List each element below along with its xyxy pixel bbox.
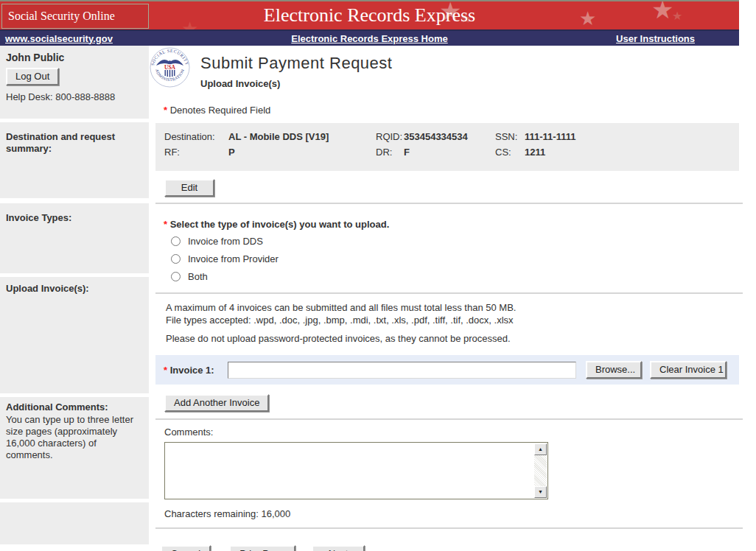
radio-invoice-from-provider[interactable] <box>171 254 181 264</box>
comments-textarea[interactable] <box>165 443 547 499</box>
invoice-1-file-input[interactable] <box>228 362 576 379</box>
sidebar-section-invoice-types: Invoice Types: <box>0 203 149 273</box>
ssn-label: SSN: <box>495 131 525 142</box>
sidebar-section-upload: Upload Invoice(s): <box>0 277 149 393</box>
cancel-button[interactable]: Cancel <box>161 545 211 551</box>
destination-value: AL - Mobile DDS [V19] <box>228 131 376 142</box>
title-block: Submit Payment Request Upload Invoice(s) <box>200 47 392 89</box>
upload-note-line3: Please do not upload password-protected … <box>166 332 743 345</box>
rf-label: RF: <box>164 147 228 158</box>
rqid-label: RQID: <box>376 131 404 142</box>
characters-remaining-text: Characters remaining: 16,000 <box>164 508 743 519</box>
logout-button[interactable]: Log Out <box>6 68 59 85</box>
radio-option-both[interactable]: Both <box>171 270 743 283</box>
invoice-1-row: * Invoice 1: Browse... Clear Invoice 1 <box>155 355 739 385</box>
comments-textarea-container: ▲ ▼ <box>164 442 548 499</box>
cs-value: 1211 <box>525 147 739 158</box>
page-header: SOCIAL SECURITY ADMINISTRATION USA Submi… <box>150 47 743 89</box>
edit-button[interactable]: Edit <box>164 179 214 197</box>
destination-summary-box: Destination: AL - Mobile DDS [V19] RQID:… <box>155 123 739 171</box>
invoice-type-section: * Select the type of invoice(s) you want… <box>164 219 743 283</box>
required-field-note: * Denotes Required Field <box>164 105 743 116</box>
invoice-type-question-text: Select the type of invoice(s) you want t… <box>170 219 390 230</box>
scroll-down-icon[interactable]: ▼ <box>534 486 547 498</box>
rqid-value: 353454334534 <box>404 131 495 142</box>
required-asterisk: * <box>164 365 167 376</box>
help-desk-text: Help Desk: 800-888-8888 <box>6 91 143 102</box>
required-asterisk: * <box>164 219 167 230</box>
destination-label: Destination: <box>164 131 228 142</box>
invoice-types-heading: Invoice Types: <box>6 212 143 224</box>
sidebar: John Public Log Out Help Desk: 800-888-8… <box>0 46 149 551</box>
invoice-type-question: * Select the type of invoice(s) you want… <box>164 219 743 230</box>
dr-value: F <box>404 147 495 158</box>
browse-button[interactable]: Browse... <box>586 361 642 379</box>
section-divider <box>155 292 743 294</box>
page-title: Submit Payment Request <box>200 54 392 73</box>
textarea-scrollbar[interactable]: ▲ ▼ <box>534 443 547 498</box>
radio-invoice-from-dds[interactable] <box>171 236 181 246</box>
required-note-text: Denotes Required Field <box>170 105 271 116</box>
scroll-up-icon[interactable]: ▲ <box>534 443 547 455</box>
nav-bar: www.socialsecurity.gov Electronic Record… <box>0 29 739 46</box>
additional-comments-heading: Additional Comments: <box>6 401 143 413</box>
top-banner: ★ ★ ★ ★ ★ ★ Social Security Online Elect… <box>0 0 739 29</box>
upload-note-line2: File types accepted: .wpd, .doc, .jpg, .… <box>166 314 743 326</box>
sidebar-section-destination: Destination and request summary: <box>0 122 149 198</box>
section-divider <box>155 203 743 204</box>
radio-label: Both <box>188 271 208 282</box>
ssn-value: 111-11-1111 <box>525 131 739 142</box>
cs-label: CS: <box>495 147 525 158</box>
upload-instructions: A maximum of 4 invoices can be submitted… <box>166 301 743 345</box>
destination-summary-heading: Destination and request summary: <box>6 131 143 155</box>
sidebar-section-comments: Additional Comments: You can type up to … <box>0 397 149 499</box>
user-name: John Public <box>6 52 143 63</box>
comments-note: You can type up to three letter size pag… <box>6 414 143 461</box>
sidebar-user-section: John Public Log Out Help Desk: 800-888-8… <box>0 46 149 119</box>
main-content: SOCIAL SECURITY ADMINISTRATION USA Submi… <box>155 46 743 551</box>
clear-invoice-1-button[interactable]: Clear Invoice 1 <box>650 361 727 379</box>
prior-page-button[interactable]: Prior Page <box>229 545 295 551</box>
radio-option-invoice-from-dds[interactable]: Invoice from DDS <box>171 234 743 248</box>
upload-invoices-heading: Upload Invoice(s): <box>6 283 143 295</box>
invoice-1-label-text: Invoice 1: <box>170 365 214 376</box>
section-divider <box>155 418 743 420</box>
add-another-invoice-button[interactable]: Add Another Invoice <box>164 394 269 412</box>
upload-note-line1: A maximum of 4 invoices can be submitted… <box>166 301 743 314</box>
ssa-seal-icon: SOCIAL SECURITY ADMINISTRATION USA <box>150 47 190 88</box>
dr-label: DR: <box>376 147 404 158</box>
radio-label: Invoice from DDS <box>188 236 263 247</box>
app-title: Electronic Records Express <box>0 4 739 27</box>
page-subtitle: Upload Invoice(s) <box>200 78 392 89</box>
radio-option-invoice-from-provider[interactable]: Invoice from Provider <box>171 252 743 265</box>
comments-label: Comments: <box>164 427 743 438</box>
required-asterisk: * <box>164 105 167 116</box>
next-button[interactable]: Next <box>312 545 365 551</box>
radio-label: Invoice from Provider <box>188 253 279 264</box>
form-actions: Cancel Prior Page Next <box>161 545 743 551</box>
sidebar-section-empty <box>0 502 149 544</box>
page-body: John Public Log Out Help Desk: 800-888-8… <box>0 46 756 551</box>
radio-both[interactable] <box>171 272 181 281</box>
svg-text:USA: USA <box>164 64 176 71</box>
section-divider <box>155 527 743 529</box>
nav-link-user-instructions[interactable]: User Instructions <box>616 33 695 44</box>
invoice-1-label: * Invoice 1: <box>164 365 228 376</box>
rf-value: P <box>228 147 376 158</box>
